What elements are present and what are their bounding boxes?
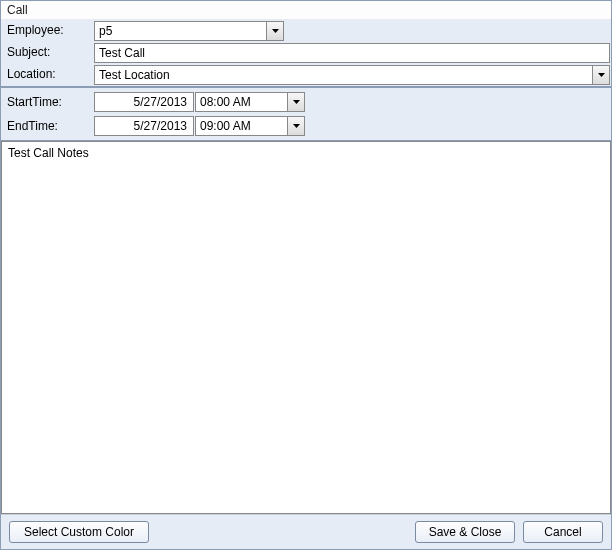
end-time-dropdown-button[interactable] — [287, 117, 304, 135]
svg-marker-2 — [293, 100, 300, 104]
footer-panel: Select Custom Color Save & Close Cancel — [1, 514, 611, 549]
location-value: Test Location — [95, 66, 592, 84]
chevron-down-icon — [293, 100, 300, 104]
start-date-input[interactable] — [94, 92, 194, 112]
notes-container — [1, 141, 611, 514]
subject-input[interactable] — [94, 43, 610, 63]
save-and-close-button[interactable]: Save & Close — [415, 521, 515, 543]
notes-textarea[interactable] — [2, 142, 610, 513]
select-custom-color-button[interactable]: Select Custom Color — [9, 521, 149, 543]
header-panel: Employee: p5 Subject: Location: Test Loc… — [1, 20, 611, 87]
start-time-dropdown-button[interactable] — [287, 93, 304, 111]
start-time-combo[interactable]: 08:00 AM — [195, 92, 305, 112]
starttime-label: StartTime: — [1, 92, 93, 112]
location-label: Location: — [1, 64, 93, 86]
svg-marker-1 — [598, 73, 605, 77]
end-time-combo[interactable]: 09:00 AM — [195, 116, 305, 136]
location-dropdown-button[interactable] — [592, 66, 609, 84]
cancel-button[interactable]: Cancel — [523, 521, 603, 543]
employee-label: Employee: — [1, 20, 93, 42]
chevron-down-icon — [272, 29, 279, 33]
call-dialog: Call Employee: p5 Subject: Location: — [0, 0, 612, 550]
start-time-value: 08:00 AM — [196, 93, 287, 111]
chevron-down-icon — [293, 124, 300, 128]
end-date-input[interactable] — [94, 116, 194, 136]
end-time-value: 09:00 AM — [196, 117, 287, 135]
employee-combo[interactable]: p5 — [94, 21, 284, 41]
employee-dropdown-button[interactable] — [266, 22, 283, 40]
location-combo[interactable]: Test Location — [94, 65, 610, 85]
svg-marker-3 — [293, 124, 300, 128]
time-panel: StartTime: 08:00 AM EndTime: 09:00 AM — [1, 87, 611, 141]
employee-value: p5 — [95, 22, 266, 40]
svg-marker-0 — [272, 29, 279, 33]
endtime-label: EndTime: — [1, 116, 93, 136]
window-title: Call — [1, 1, 611, 20]
subject-label: Subject: — [1, 42, 93, 64]
chevron-down-icon — [598, 73, 605, 77]
